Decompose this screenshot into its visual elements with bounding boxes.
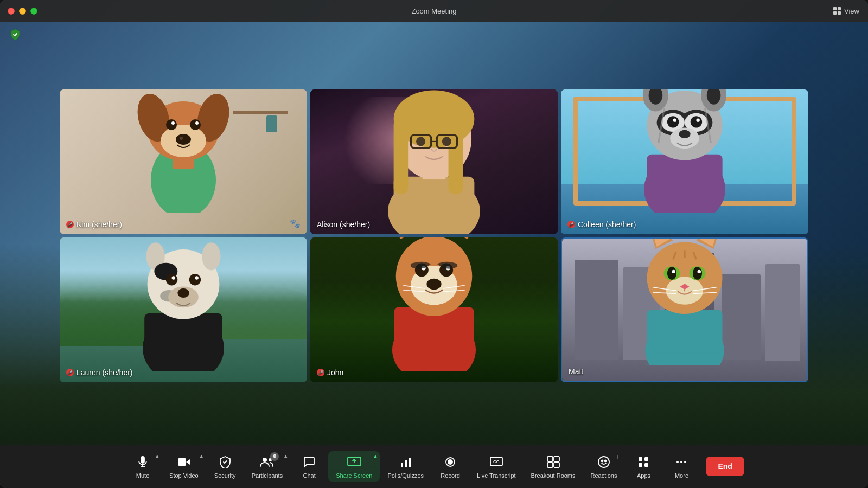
polls-label: Polls/Quizzes bbox=[387, 472, 424, 479]
svg-point-55 bbox=[189, 274, 201, 285]
svg-point-93 bbox=[672, 270, 675, 273]
reactions-button[interactable]: + Reactions bbox=[583, 451, 625, 482]
svg-rect-0 bbox=[833, 7, 837, 10]
share-screen-icon bbox=[347, 454, 362, 470]
security-button[interactable]: Security bbox=[206, 451, 244, 482]
record-button[interactable]: Record bbox=[431, 451, 469, 482]
share-screen-chevron[interactable]: ▲ bbox=[373, 453, 378, 459]
svg-rect-125 bbox=[644, 463, 648, 467]
participants-label: Participants bbox=[252, 472, 283, 479]
participant-name-matt: Matt bbox=[569, 367, 583, 376]
more-label: More bbox=[675, 472, 688, 479]
svg-rect-48 bbox=[144, 313, 222, 360]
svg-rect-100 bbox=[141, 457, 144, 463]
svg-point-42 bbox=[696, 118, 699, 121]
participants-icon-wrapper: 6 bbox=[259, 454, 275, 470]
svg-point-13 bbox=[195, 121, 199, 125]
mute-indicator-lauren: 🎤 bbox=[66, 369, 74, 376]
polls-button[interactable]: Polls/Quizzes bbox=[380, 451, 431, 482]
chat-button[interactable]: Chat bbox=[290, 451, 328, 482]
svg-point-51 bbox=[202, 242, 220, 270]
reactions-add-icon: + bbox=[615, 453, 619, 461]
svg-marker-65 bbox=[449, 237, 477, 239]
svg-rect-79 bbox=[647, 310, 723, 353]
traffic-lights bbox=[8, 8, 37, 15]
svg-rect-2 bbox=[833, 11, 837, 15]
svg-point-91 bbox=[667, 267, 676, 280]
participants-chevron[interactable]: ▲ bbox=[283, 453, 288, 459]
svg-point-11 bbox=[190, 119, 201, 130]
video-grid-container: 🎤 Kim (she/her) 🐾 bbox=[0, 22, 868, 445]
svg-point-26 bbox=[416, 137, 425, 146]
participant-tile-kim[interactable]: 🎤 Kim (she/her) 🐾 bbox=[60, 89, 307, 234]
mute-indicator-kim: 🎤 bbox=[66, 221, 74, 228]
participant-tile-colleen[interactable]: 🎤 Colleen (she/her) bbox=[561, 89, 808, 234]
svg-text:CC: CC bbox=[493, 459, 500, 464]
mute-chevron[interactable]: ▲ bbox=[155, 453, 159, 459]
view-label: View bbox=[844, 7, 859, 15]
participant-tile-alison[interactable]: Alison (she/her) bbox=[310, 89, 558, 234]
chat-icon bbox=[302, 454, 317, 470]
record-icon bbox=[443, 454, 458, 470]
participant-tile-matt[interactable]: Matt bbox=[561, 237, 808, 382]
security-toolbar-icon bbox=[218, 454, 233, 470]
live-transcript-button[interactable]: CC Live Transcript bbox=[469, 451, 524, 482]
svg-point-44 bbox=[679, 130, 690, 138]
chat-label: Chat bbox=[303, 472, 316, 479]
title-bar: Zoom Meeting View bbox=[0, 0, 868, 22]
svg-rect-21 bbox=[394, 119, 409, 194]
svg-point-54 bbox=[166, 274, 177, 285]
participant-name-kim: 🎤 Kim (she/her) bbox=[66, 220, 122, 229]
svg-point-40 bbox=[691, 116, 702, 127]
end-button[interactable]: End bbox=[706, 457, 744, 476]
cat-avatar-svg bbox=[614, 237, 755, 365]
polls-icon bbox=[398, 454, 413, 470]
shield-icon bbox=[10, 29, 21, 41]
close-button[interactable] bbox=[8, 8, 15, 15]
svg-point-120 bbox=[602, 460, 603, 461]
mute-button[interactable]: ▲ Mute bbox=[124, 451, 162, 482]
live-transcript-icon: CC bbox=[489, 454, 504, 470]
reactions-icon bbox=[596, 454, 611, 470]
svg-rect-29 bbox=[647, 155, 722, 201]
svg-rect-108 bbox=[401, 463, 403, 467]
raccoon-avatar-svg bbox=[614, 89, 755, 213]
apps-icon bbox=[636, 454, 651, 470]
svg-rect-115 bbox=[547, 457, 553, 461]
svg-point-14 bbox=[176, 134, 191, 145]
apps-label: Apps bbox=[637, 472, 650, 479]
svg-rect-123 bbox=[644, 457, 648, 461]
more-button[interactable]: More bbox=[662, 451, 700, 482]
view-button[interactable]: View bbox=[833, 7, 859, 15]
participants-button[interactable]: 6 ▲ Participants bbox=[244, 451, 290, 482]
video-icon bbox=[176, 454, 192, 470]
maximize-button[interactable] bbox=[30, 8, 37, 15]
svg-point-39 bbox=[667, 116, 679, 127]
share-screen-button[interactable]: ▲ Share Screen bbox=[328, 451, 380, 482]
svg-rect-122 bbox=[639, 457, 642, 461]
svg-point-119 bbox=[598, 457, 609, 467]
svg-marker-64 bbox=[391, 237, 419, 239]
participant-name-lauren: 🎤 Lauren (she/her) bbox=[66, 368, 133, 377]
main-content: 🎤 Kim (she/her) 🐾 bbox=[0, 22, 868, 488]
dog-avatar-svg bbox=[124, 89, 243, 213]
minimize-button[interactable] bbox=[19, 8, 26, 15]
svg-point-127 bbox=[680, 461, 682, 463]
security-badge bbox=[9, 28, 22, 41]
svg-rect-118 bbox=[554, 463, 559, 467]
grid-icon bbox=[833, 7, 841, 15]
svg-point-73 bbox=[426, 279, 441, 290]
breakout-rooms-button[interactable]: Breakout Rooms bbox=[524, 451, 583, 482]
participant-name-colleen: 🎤 Colleen (she/her) bbox=[567, 220, 636, 229]
svg-point-105 bbox=[263, 458, 267, 462]
mute-indicator-colleen: 🎤 bbox=[567, 221, 575, 228]
video-chevron[interactable]: ▲ bbox=[199, 453, 204, 459]
participant-tile-lauren[interactable]: 🎤 Lauren (she/her) bbox=[60, 237, 307, 382]
svg-point-10 bbox=[166, 119, 177, 130]
live-transcript-label: Live Transcript bbox=[477, 472, 516, 479]
fox-avatar-svg bbox=[363, 237, 505, 371]
stop-video-button[interactable]: ▲ Stop Video bbox=[162, 451, 206, 482]
participant-tile-john[interactable]: 🎤 John bbox=[310, 237, 558, 382]
apps-button[interactable]: Apps bbox=[624, 451, 662, 482]
mute-label: Mute bbox=[136, 472, 149, 479]
